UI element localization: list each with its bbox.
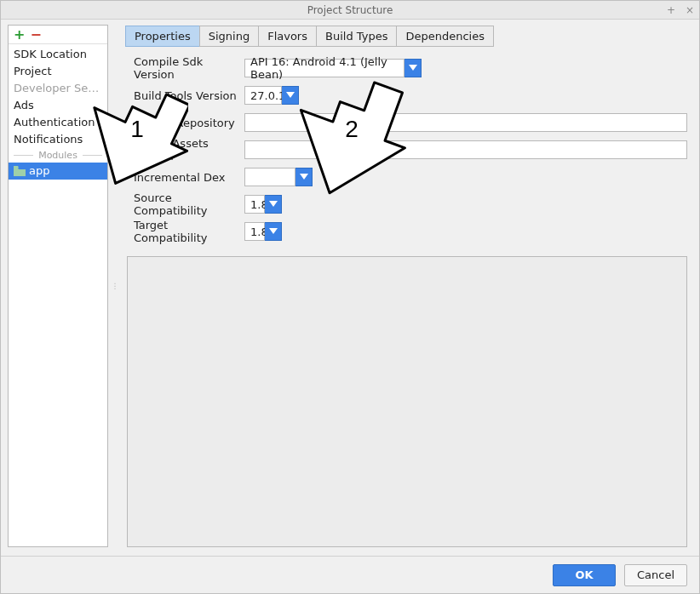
sidebar-item-notifications[interactable]: Notifications xyxy=(9,131,107,148)
chevron-down-icon[interactable] xyxy=(265,195,282,214)
chevron-down-icon[interactable] xyxy=(265,222,282,241)
build-tools-combobox[interactable]: 27.0.1 xyxy=(244,86,299,105)
sidebar-toolbar: + − xyxy=(9,26,107,44)
library-repository-input[interactable] xyxy=(244,113,687,132)
properties-form: Compile Sdk Version API 16: Android 4.1 … xyxy=(122,47,692,256)
details-panel xyxy=(127,256,687,547)
right-pane: Properties Signing Flavors Build Types D… xyxy=(122,25,692,547)
sidebar-item-project[interactable]: Project xyxy=(9,63,107,80)
ignore-assets-input[interactable] xyxy=(244,140,687,159)
source-compat-value: 1.8 xyxy=(244,195,265,214)
sidebar-module-label: app xyxy=(29,164,49,178)
label-ignore-assets: Ignore Assets Pattern xyxy=(134,137,244,163)
tab-properties[interactable]: Properties xyxy=(125,26,200,47)
chevron-down-icon[interactable] xyxy=(295,168,313,186)
tab-signing[interactable]: Signing xyxy=(199,26,259,47)
sidebar-item-developer-services: Developer Servic... xyxy=(9,80,107,97)
add-module-icon[interactable]: + xyxy=(14,28,25,42)
sidebar-item-authentication[interactable]: Authentication xyxy=(9,114,107,131)
incremental-dex-value xyxy=(244,168,295,186)
label-source-compat: Source Compatibility xyxy=(134,191,244,217)
window-title: Project Structure xyxy=(307,4,393,16)
source-compat-combobox[interactable]: 1.8 xyxy=(244,195,282,214)
label-library-repository: Library Repository xyxy=(134,117,244,129)
cancel-button[interactable]: Cancel xyxy=(624,564,687,586)
label-target-compat: Target Compatibility xyxy=(134,219,244,244)
folder-icon xyxy=(14,166,26,176)
chevron-down-icon[interactable] xyxy=(405,59,422,77)
target-compat-value: 1.8 xyxy=(244,222,265,241)
incremental-dex-combobox[interactable] xyxy=(244,168,313,186)
label-build-tools: Build Tools Version xyxy=(134,89,244,102)
tab-build-types[interactable]: Build Types xyxy=(316,26,397,47)
dialog-footer: OK Cancel xyxy=(1,556,699,593)
ok-button[interactable]: OK xyxy=(553,564,616,586)
target-compat-combobox[interactable]: 1.8 xyxy=(244,222,282,241)
sidebar: + − SDK Location Project Developer Servi… xyxy=(8,25,108,547)
sidebar-item-ads[interactable]: Ads xyxy=(9,97,107,114)
project-structure-dialog: Project Structure + × + − SDK Location P… xyxy=(0,0,700,594)
titlebar: Project Structure + × xyxy=(1,1,699,20)
splitter-handle[interactable]: ⋮ xyxy=(113,25,117,547)
sidebar-module-app[interactable]: app xyxy=(9,163,107,180)
tabs: Properties Signing Flavors Build Types D… xyxy=(122,25,692,47)
tab-dependencies[interactable]: Dependencies xyxy=(396,26,494,47)
compile-sdk-value: API 16: Android 4.1 (Jelly Bean) xyxy=(244,59,405,77)
window-minimize-icon[interactable]: + xyxy=(665,4,677,16)
sidebar-list: SDK Location Project Developer Servic...… xyxy=(9,44,107,546)
build-tools-value: 27.0.1 xyxy=(244,86,282,105)
sidebar-item-sdk-location[interactable]: SDK Location xyxy=(9,46,107,63)
compile-sdk-combobox[interactable]: API 16: Android 4.1 (Jelly Bean) xyxy=(244,59,422,77)
sidebar-modules-header-label: Modules xyxy=(38,150,77,161)
chevron-down-icon[interactable] xyxy=(282,86,299,105)
tab-flavors[interactable]: Flavors xyxy=(258,26,317,47)
window-close-icon[interactable]: × xyxy=(684,4,696,16)
label-compile-sdk: Compile Sdk Version xyxy=(134,55,244,81)
remove-module-icon[interactable]: − xyxy=(30,28,41,42)
sidebar-modules-header: Modules xyxy=(9,148,107,163)
label-incremental-dex: Incremental Dex xyxy=(134,171,244,184)
